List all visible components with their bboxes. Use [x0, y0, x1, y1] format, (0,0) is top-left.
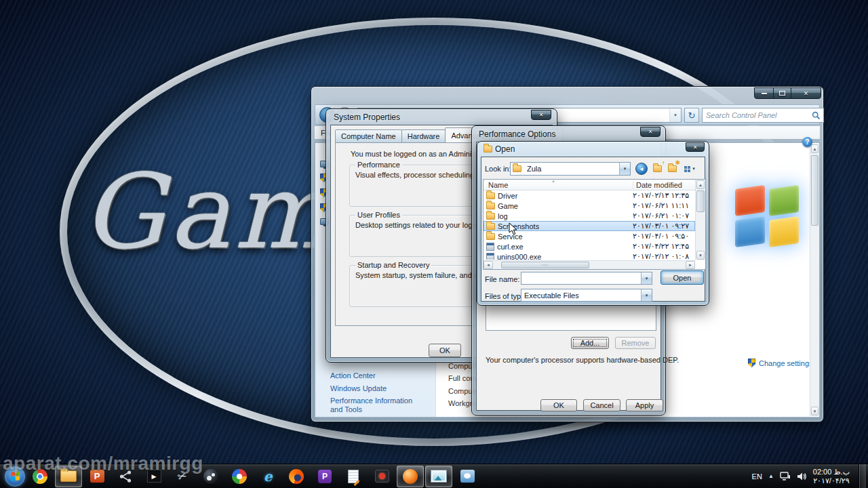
scroll-down-icon[interactable]: ▼ [811, 407, 818, 415]
executable-icon [486, 243, 494, 251]
internet-explorer-icon [264, 468, 273, 485]
taskbar-firefox-icon[interactable] [283, 466, 310, 487]
minimize-button[interactable] [754, 87, 774, 99]
ok-button[interactable]: OK [429, 344, 461, 357]
search-box [702, 108, 824, 123]
vertical-scrollbar[interactable]: ▲ ▼ [810, 144, 819, 416]
view-menu-button[interactable]: ▾ [681, 163, 698, 175]
search-input[interactable] [703, 111, 812, 119]
files-of-type-combo[interactable]: Executable Files ▾ [521, 289, 652, 302]
sidebar-link-action-center[interactable]: Action Center [330, 371, 427, 380]
taskbar-pinwheel-icon[interactable] [226, 466, 253, 487]
cancel-button[interactable]: Cancel [583, 399, 620, 411]
scroll-up-icon[interactable]: ▲ [696, 180, 705, 189]
taskbar-paint-icon[interactable] [454, 466, 481, 487]
scrollbar-thumb[interactable] [696, 190, 705, 212]
list-header: Name ▲ Date modified [484, 180, 695, 190]
taskbar-game-icon[interactable] [397, 466, 424, 487]
list-horizontal-scrollbar[interactable]: ◄ ► [484, 260, 695, 269]
dropdown-icon[interactable]: ▾ [641, 289, 652, 301]
dialog-title: Open [495, 144, 515, 154]
file-row-game[interactable]: Game ۲۰۱۷/۰۶/۲۱ ۱۱:۱۱ [484, 201, 695, 211]
taskbar-internet-explorer-icon[interactable] [254, 466, 281, 487]
show-desktop-button[interactable] [859, 464, 866, 488]
scrollbar-thumb[interactable] [811, 155, 818, 226]
maximize-button[interactable] [773, 87, 791, 99]
up-one-level-button[interactable]: ↑ [651, 163, 663, 175]
folder-icon [486, 223, 495, 230]
scroll-up-icon[interactable]: ▲ [811, 144, 818, 153]
document-edit-icon [348, 470, 359, 483]
ok-button[interactable]: OK [540, 399, 577, 411]
look-in-value: Zula [524, 165, 541, 173]
language-indicator[interactable]: EN [752, 472, 762, 481]
dep-support-note: Your computer's processor supports hardw… [486, 356, 679, 364]
apply-button[interactable]: Apply [626, 399, 663, 411]
refresh-button[interactable]: ↻ [684, 108, 699, 123]
game-ball-icon [403, 469, 418, 484]
scroll-right-icon[interactable]: ► [686, 261, 695, 269]
open-file-dialog: Open ✕ Look in: Zula ▾ ◄ ↑ ✱ ▾ [477, 141, 709, 306]
tab-hardware[interactable]: Hardware [401, 129, 446, 142]
file-name-input[interactable] [521, 274, 641, 283]
taskbar-psiphon-icon[interactable] [311, 466, 338, 487]
previous-folder-button[interactable]: ◄ [635, 163, 648, 175]
file-row-screenshots[interactable]: Screenshots ۲۰۱۷/۰۳/۰۱ ۰۹:۲۷ [484, 221, 695, 231]
window-caption-buttons: ✕ [755, 87, 821, 99]
close-button[interactable]: ✕ [791, 87, 821, 99]
scroll-left-icon[interactable]: ◄ [484, 261, 493, 269]
date-modified-column-header[interactable]: Date modified [633, 181, 682, 189]
remove-button[interactable]: Remove [615, 337, 656, 349]
address-dropdown-icon[interactable]: ▾ [669, 108, 681, 122]
file-row-curl-exe[interactable]: curl.exe ۲۰۱۷/۰۴/۲۲ ۱۲:۴۵ [484, 241, 695, 251]
scroll-down-icon[interactable]: ▼ [696, 251, 705, 260]
files-of-type-value: Executable Files [521, 291, 579, 300]
file-row-unins000-exe[interactable]: unins000.exe ۲۰۱۷/۰۲/۱۲ ۰۱:۰۸ [484, 251, 695, 260]
scrollbar-thumb[interactable] [501, 262, 589, 268]
taskbar-image-viewer-icon[interactable] [425, 466, 452, 487]
file-name-combo: ▾ [521, 272, 652, 285]
refresh-icon: ↻ [688, 110, 696, 121]
image-viewer-icon [431, 470, 446, 482]
folder-icon [486, 203, 495, 209]
tab-computer-name[interactable]: Computer Name [335, 129, 402, 142]
help-button[interactable]: ? [802, 137, 812, 147]
user-profiles-group-title: User Profiles [355, 211, 402, 219]
firefox-icon [289, 469, 304, 484]
tray-expand-icon[interactable]: ▲ [768, 473, 774, 479]
user-profiles-group-desc: Desktop settings related to your logon [355, 221, 481, 229]
folder-icon [486, 192, 495, 199]
close-button[interactable]: ✕ [640, 127, 660, 137]
screen: Game ✕ ◄ ► ▾ ↻ File [0, 0, 868, 488]
dialog-body: Look in: Zula ▾ ◄ ↑ ✱ ▾ Name [481, 157, 705, 302]
sidebar-link-windows-update[interactable]: Windows Update [330, 384, 427, 393]
psiphon-icon [318, 470, 332, 483]
sparkle-icon: ✱ [675, 159, 680, 166]
file-row-log[interactable]: log ۲۰۱۷/۰۶/۲۱ ۰۱:۰۷ [484, 211, 695, 221]
file-row-service[interactable]: Service ۲۰۱۷/۰۴/۰۱ ۰۹:۵۰ [484, 231, 695, 241]
clock[interactable]: 02:00 ب.ظ ۲۰۱۷/۰۴/۲۹ [813, 468, 850, 485]
look-in-label: Look in: [485, 165, 511, 173]
dropdown-icon[interactable]: ▾ [619, 163, 630, 175]
close-button[interactable]: ✕ [686, 142, 705, 152]
taskbar-recorder-icon[interactable] [368, 466, 395, 487]
sidebar-link-performance-tools[interactable]: Performance Information and Tools [330, 396, 427, 414]
look-in-combo[interactable]: Zula ▾ [510, 162, 631, 176]
paint-icon [460, 470, 475, 483]
add-button[interactable]: Add... [571, 337, 609, 349]
change-settings-link[interactable]: Change settings [748, 359, 813, 367]
close-button[interactable]: ✕ [531, 110, 551, 120]
network-icon[interactable] [780, 472, 791, 481]
list-vertical-scrollbar[interactable]: ▲ ▼ [695, 180, 705, 260]
name-column-header[interactable]: Name [488, 181, 508, 189]
taskbar-notes-icon[interactable] [340, 466, 367, 487]
back-arrow-icon: ◄ [639, 166, 644, 172]
volume-icon[interactable] [797, 472, 807, 481]
open-button[interactable]: Open [660, 270, 704, 285]
dropdown-icon[interactable]: ▾ [641, 272, 652, 284]
folder-icon [513, 165, 521, 172]
file-list: Name ▲ Date modified Driver ۲۰۱۷/۰۲/۱۳ ۱… [483, 179, 706, 270]
file-row-driver[interactable]: Driver ۲۰۱۷/۰۲/۱۳ ۱۲:۳۵ [484, 190, 695, 201]
steam-icon [203, 469, 218, 484]
new-folder-button[interactable]: ✱ [666, 163, 678, 175]
